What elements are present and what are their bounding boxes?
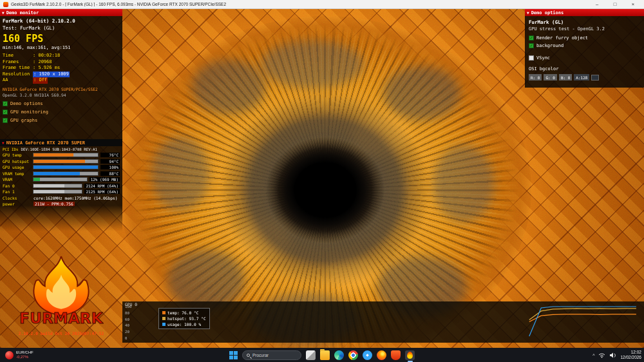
power-row: power211W - PPM:0.756 — [0, 201, 122, 207]
graph-legend: temp: 76.0 °C hotspot: 93.7 °C usage: 10… — [158, 308, 210, 329]
gpu-graph-panel: GPU 0 100 80 60 40 20 0 temp: 76.0 °C ho… — [122, 301, 644, 343]
collapse-icon: ▼ — [527, 10, 529, 15]
clock-time: 12:02 — [631, 350, 641, 355]
stat-row-frame-time: Frame time: 5.926 ms — [3, 65, 120, 71]
safari-icon[interactable] — [363, 350, 372, 360]
fps-stats: min:146, max:161, avg:151 — [3, 45, 120, 50]
firefox-icon[interactable] — [377, 350, 386, 360]
legend-swatch — [162, 323, 166, 326]
widget-change: -0,27% — [16, 355, 33, 360]
flame-icon — [407, 352, 413, 359]
stat-row-time: Time: 00:02:18 — [3, 53, 120, 59]
meter-bar — [33, 159, 99, 164]
demo-options-title: Demo options — [531, 10, 564, 15]
checkbox-checked-icon: ✓ — [3, 118, 8, 123]
furmark-logo: FURMARK 2.10.2.0 build Oct 26 2025@07:47… — [14, 255, 108, 336]
legend-hotspot: hotspot: 93.7 °C — [162, 316, 206, 321]
gpu-name: NVIDIA GeForce RTX 2070 SUPER/PCIe/SSE2 — [3, 87, 120, 91]
demo-options-panel: ▼ Demo options FurMark (GL) GPU stress t… — [525, 9, 644, 88]
fps-value: 160 FPS — [3, 33, 120, 44]
chrome-icon[interactable] — [348, 350, 358, 360]
stat-row-resolution: Resolution: 1920 x 1009 — [3, 71, 120, 78]
taskbar: EUR/CHF -0,27% Procurar ^ 12:02 — [0, 348, 644, 362]
demo-monitor-panel: ▼ Demo monitor FurMark (64-bit) 2.10.2.0… — [0, 9, 122, 124]
legend-usage: usage: 100.0 % — [162, 322, 206, 327]
checkbox-gpu-graphs[interactable]: ✓GPU graphs — [3, 118, 120, 123]
bgcolor-swatch[interactable] — [591, 75, 599, 81]
brave-icon[interactable] — [391, 350, 401, 360]
demo-options-header[interactable]: ▼ Demo options — [525, 9, 644, 16]
meter-vram: VRAM12% (969 MB) — [0, 176, 122, 183]
meter-bar — [33, 177, 88, 182]
meter-bar — [33, 189, 82, 194]
meter-bar — [33, 153, 99, 157]
meter-bar — [33, 165, 99, 169]
close-button[interactable]: × — [625, 1, 641, 7]
stat-row-frames: Frames: 20968 — [3, 59, 120, 66]
minimize-button[interactable]: – — [589, 1, 605, 7]
eye-pupil — [266, 137, 385, 243]
meter-vram-temp: VRAM temp88°C — [0, 171, 122, 177]
legend-swatch — [162, 317, 166, 320]
volume-icon[interactable] — [609, 352, 616, 358]
widget-pair: EUR/CHF — [16, 350, 33, 356]
widgets-button[interactable]: EUR/CHF -0,27% — [1, 348, 37, 362]
edge-icon[interactable] — [334, 350, 344, 360]
start-button[interactable] — [229, 351, 238, 359]
checkbox-render-furry-object[interactable]: ✓Render furry object — [529, 35, 640, 41]
active-app-indicator — [408, 361, 413, 362]
clocks-row: Clockscore:1620MHz mem:1750MHz (14.0Gbps… — [0, 195, 122, 201]
checkbox-demo-options[interactable]: ✓Demo options — [3, 101, 120, 106]
bgcolor-g-field[interactable]: G: 0 — [544, 74, 556, 81]
checkbox-gpu-monitoring[interactable]: ✓GPU monitoring — [3, 110, 120, 115]
taskbar-search[interactable]: Procurar — [242, 350, 301, 360]
demo-monitor-title: Demo monitor — [6, 10, 39, 15]
maximize-button[interactable]: □ — [607, 1, 623, 7]
collapse-icon: ▼ — [2, 140, 5, 145]
gpu-section-header[interactable]: ▼ NVIDIA GeForce RTX 2070 SUPER — [0, 139, 122, 146]
flame-icon: FURMARK — [19, 255, 104, 328]
checkbox-background[interactable]: ✓background — [529, 43, 640, 48]
stat-row-aa: AA: Off — [3, 77, 120, 84]
meter-gpu-usage: GPU usage100% — [0, 164, 122, 171]
search-placeholder: Procurar — [252, 353, 269, 357]
osi-bgcolor-label: OSI bgcolor — [529, 66, 640, 71]
meter-fan-0: Fan 02124 RPM (64%) — [0, 183, 122, 189]
app-version: FurMark (64-bit) 2.10.2.0 — [3, 18, 120, 24]
task-view-icon[interactable] — [306, 350, 316, 360]
options-subtitle: GPU stress test - OpenGL 3.2 — [529, 26, 640, 32]
build-info: 2.10.2.0 build Oct 26 2025@07:47:52 — [14, 331, 108, 336]
options-test-title: FurMark (GL) — [529, 19, 640, 25]
file-explorer-icon[interactable] — [320, 350, 330, 360]
render-area: ▼ Demo monitor FurMark (64-bit) 2.10.2.0… — [0, 9, 644, 348]
checkbox-checked-icon: ✓ — [3, 110, 8, 115]
pci-ids-row: PCI IDsDEV:10DE-1E84 SUB:1043-8708 REV:A… — [0, 146, 122, 152]
bgcolor-b-field[interactable]: B: 0 — [559, 74, 572, 81]
search-icon — [247, 354, 250, 357]
opengl-version: OpenGL 3.2.0 NVIDIA 560.94 — [3, 93, 120, 97]
meter-fan-1: Fan 12125 RPM (64%) — [0, 189, 122, 195]
bgcolor-a-field[interactable]: A:128 — [574, 74, 589, 81]
checkbox-vsync[interactable]: VSync — [529, 55, 640, 61]
checkbox-checked-icon: ✓ — [529, 35, 534, 41]
furmark-wordmark: FURMARK — [19, 309, 103, 327]
meter-gpu-temp: GPU temp76°C — [0, 152, 122, 158]
furmark-taskbar-icon[interactable] — [405, 350, 415, 360]
legend-swatch — [162, 311, 166, 314]
demo-monitor-header[interactable]: ▼ Demo monitor — [0, 9, 122, 16]
gpu-section-title: NVIDIA GeForce RTX 2070 SUPER — [6, 140, 85, 146]
bgcolor-r-field[interactable]: R: 0 — [529, 74, 542, 81]
gpu-monitor-panel: ▼ NVIDIA GeForce RTX 2070 SUPER PCI IDsD… — [0, 139, 122, 207]
meter-gpu-hotspot: GPU hotspot94°C — [0, 158, 122, 165]
wifi-icon[interactable] — [598, 352, 605, 358]
test-name: Test: FurMark (GL) — [3, 25, 120, 31]
meter-bar — [33, 171, 99, 176]
checkbox-unchecked-icon — [529, 55, 534, 61]
window-titlebar: Geeks3D FurMark 2.10.2.0 - [ FurMark (GL… — [0, 0, 644, 9]
hidden-icons-chevron[interactable]: ^ — [592, 353, 594, 357]
collapse-icon: ▼ — [2, 10, 5, 15]
checkbox-checked-icon: ✓ — [529, 43, 534, 48]
taskbar-clock[interactable]: 12:02 12/02/2026 — [620, 350, 641, 360]
app-icon — [3, 2, 8, 7]
legend-temp: temp: 76.0 °C — [162, 310, 206, 315]
